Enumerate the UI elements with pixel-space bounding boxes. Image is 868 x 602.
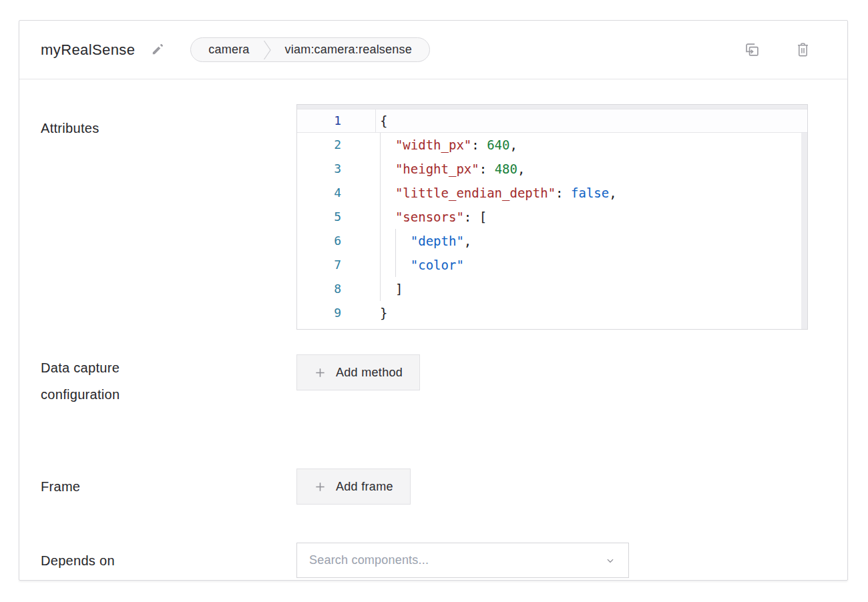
data-capture-label: Data capture configuration [41,354,194,408]
code-line-6[interactable]: 6 "depth", [297,229,807,253]
depends-on-row: Depends on [41,543,808,578]
add-method-button[interactable]: Add method [296,354,420,390]
code-content: "color" [375,253,807,277]
attributes-label: Attributes [41,104,296,141]
code-line-7[interactable]: 7 "color" [297,253,807,277]
code-line-5[interactable]: 5 "sensors": [ [297,205,807,229]
code-content: "height_px": 480, [375,157,807,181]
code-content: } [375,301,807,325]
chevron-down-icon[interactable] [604,555,616,567]
component-name: myRealSense [41,41,135,59]
line-number: 1 [297,109,375,133]
code-line-3[interactable]: 3 "height_px": 480, [297,157,807,181]
code-line-8[interactable]: 8 ] [297,277,807,301]
line-number: 2 [297,133,375,157]
duplicate-icon [743,41,761,59]
component-header: myRealSense camera viam:camera:realsense [19,21,847,79]
plus-icon [314,366,327,379]
depends-on-label: Depends on [41,547,296,574]
code-content: "little_endian_depth": false, [375,181,807,205]
header-actions [743,41,811,59]
component-config-card: myRealSense camera viam:camera:realsense [19,20,848,581]
code-line-4[interactable]: 4 "little_endian_depth": false, [297,181,807,205]
duplicate-button[interactable] [743,41,761,59]
line-number: 9 [297,301,375,325]
code-area: 1{2 "width_px": 640,3 "height_px": 480,4… [297,105,807,325]
depends-on-search-input[interactable] [309,553,604,567]
component-type-badge: camera viam:camera:realsense [190,37,430,62]
delete-button[interactable] [795,41,811,59]
component-type: camera [208,43,249,57]
plus-icon [314,481,327,493]
line-number: 5 [297,205,375,229]
line-number: 4 [297,181,375,205]
add-frame-button[interactable]: Add frame [296,469,411,505]
attributes-json-editor[interactable]: 1{2 "width_px": 640,3 "height_px": 480,4… [296,104,808,330]
depends-on-select[interactable] [296,543,629,578]
frame-row: Frame Add frame [41,469,808,505]
code-content: "width_px": 640, [375,133,807,157]
line-number: 3 [297,157,375,181]
code-content: "sensors": [ [375,205,807,229]
code-line-1[interactable]: 1{ [297,109,807,133]
code-line-2[interactable]: 2 "width_px": 640, [297,133,807,157]
pencil-icon [150,42,165,57]
trash-icon [795,41,811,59]
attributes-row: Attributes 1{2 "width_px": 640,3 "height… [41,104,808,330]
edit-name-button[interactable] [150,42,165,57]
data-capture-row: Data capture configuration Add method [41,354,808,408]
chevron-separator-icon [263,39,272,61]
frame-label: Frame [41,473,296,500]
code-line-9[interactable]: 9} [297,301,807,325]
code-content: "depth", [375,229,807,253]
add-method-label: Add method [336,366,403,380]
add-frame-label: Add frame [336,480,393,494]
line-number: 6 [297,229,375,253]
line-number: 7 [297,253,375,277]
component-model: viam:camera:realsense [285,43,412,57]
code-content: { [375,109,807,133]
line-number: 8 [297,277,375,301]
code-content: ] [375,277,807,301]
component-config-body: Attributes 1{2 "width_px": 640,3 "height… [19,79,847,578]
